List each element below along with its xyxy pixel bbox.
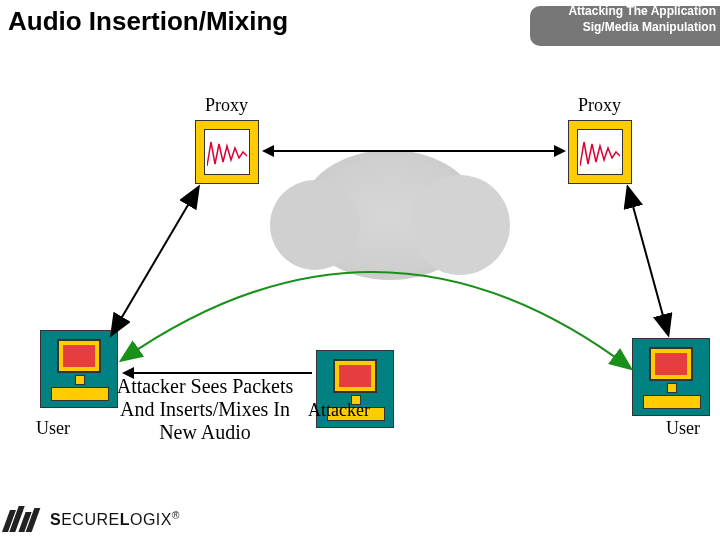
user-left-icon (40, 330, 118, 408)
proxy-right-icon (568, 120, 632, 184)
svg-line-1 (628, 188, 668, 334)
logo-text: SECURELOGIX® (50, 510, 180, 529)
arrow-proxy-to-proxy (264, 150, 564, 152)
svg-line-0 (112, 188, 198, 334)
badge-line1: Attacking The Application (568, 4, 716, 18)
arrow-attacker-to-user (124, 372, 312, 374)
user-right-icon (632, 338, 710, 416)
user-right-label: User (666, 418, 700, 439)
slide: Audio Insertion/Mixing Attacking The App… (0, 0, 720, 540)
securelogix-logo: SECURELOGIX® (6, 506, 180, 534)
network-cloud-icon (300, 150, 480, 280)
badge-line2: Sig/Media Manipulation (583, 20, 716, 34)
logo-mark-icon (6, 506, 44, 534)
proxy-right-label: Proxy (578, 95, 621, 116)
slide-title: Audio Insertion/Mixing (8, 6, 288, 37)
topic-badge: Attacking The Application Sig/Media Mani… (520, 0, 720, 50)
user-left-label: User (36, 418, 70, 439)
proxy-left-icon (195, 120, 259, 184)
attacker-description: Attacker Sees Packets And Inserts/Mixes … (110, 375, 300, 444)
proxy-left-label: Proxy (205, 95, 248, 116)
attacker-label: Attacker (308, 400, 370, 421)
